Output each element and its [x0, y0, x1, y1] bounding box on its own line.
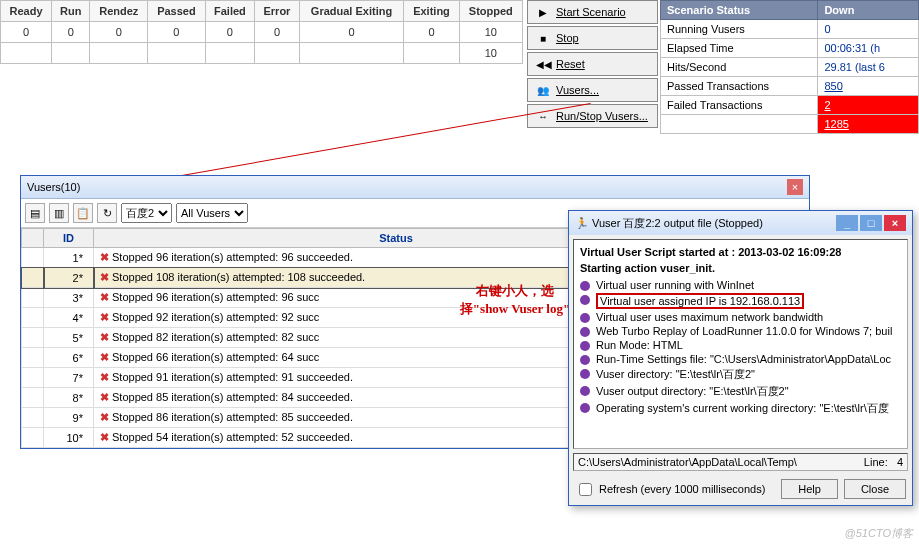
- grid-cell: [90, 43, 148, 64]
- status-col2: Down: [818, 1, 919, 20]
- log-line: Vuser output directory: "E:\test\lr\百度2": [580, 383, 901, 400]
- stopped-icon: ✖: [100, 411, 109, 423]
- status-value[interactable]: 29.81 (last 6: [818, 58, 919, 77]
- toolbar-icon[interactable]: ▥: [49, 203, 69, 223]
- runstop-vusers-button[interactable]: ↔Run/Stop Vusers...: [527, 104, 658, 128]
- watermark: @51CTO博客: [845, 526, 913, 541]
- bullet-icon: [580, 341, 590, 351]
- status-value[interactable]: 850: [818, 77, 919, 96]
- runtime-grid: ReadyRunRendezPassedFailedErrorGradual E…: [0, 0, 523, 64]
- stopped-icon: ✖: [100, 371, 109, 383]
- status-value[interactable]: 2: [818, 96, 919, 115]
- vuser-id: 6*: [44, 348, 94, 368]
- vuser-id: 8*: [44, 388, 94, 408]
- stopped-icon: ✖: [100, 311, 109, 323]
- grid-cell: 0: [52, 22, 90, 43]
- stopped-icon: ✖: [100, 291, 109, 303]
- grid-cell: 0: [205, 22, 255, 43]
- grid-cell: 0: [90, 22, 148, 43]
- grid-header: Stopped: [459, 1, 522, 22]
- vusers-button[interactable]: 👥Vusers...: [527, 78, 658, 102]
- bullet-icon: [580, 386, 590, 396]
- minimize-icon[interactable]: _: [836, 215, 858, 231]
- close-icon[interactable]: ×: [787, 179, 803, 195]
- close-button[interactable]: Close: [844, 479, 906, 499]
- toolbar-icon[interactable]: ▤: [25, 203, 45, 223]
- status-key: Hits/Second: [661, 58, 818, 77]
- col-id[interactable]: ID: [44, 229, 94, 248]
- stopped-icon: ✖: [100, 391, 109, 403]
- log-header-line: Virtual User Script started at : 2013-03…: [580, 246, 901, 258]
- vuser-id: 7*: [44, 368, 94, 388]
- annotation-text: 右键小人，选择"show Vuser log": [455, 282, 575, 318]
- vuser-id: 10*: [44, 428, 94, 448]
- vuser-filter-select[interactable]: All Vusers: [176, 203, 248, 223]
- stopped-icon: ✖: [100, 251, 109, 263]
- grid-header: Rendez: [90, 1, 148, 22]
- status-key: Passed Transactions: [661, 77, 818, 96]
- status-key: Elapsed Time: [661, 39, 818, 58]
- vuser-id: 3*: [44, 288, 94, 308]
- bullet-icon: [580, 403, 590, 413]
- vuser-id: 5*: [44, 328, 94, 348]
- log-line: Web Turbo Replay of LoadRunner 11.0.0 fo…: [580, 324, 901, 338]
- maximize-icon[interactable]: □: [860, 215, 882, 231]
- status-value[interactable]: 1285: [818, 115, 919, 134]
- log-body[interactable]: Virtual User Script started at : 2013-03…: [573, 239, 908, 449]
- dialog-title: Vusers(10): [27, 181, 80, 193]
- script-filter-select[interactable]: 百度2: [121, 203, 172, 223]
- bullet-icon: [580, 281, 590, 291]
- log-line: Run Mode: HTML: [580, 338, 901, 352]
- grid-cell: [148, 43, 205, 64]
- stop-button[interactable]: ■Stop: [527, 26, 658, 50]
- status-path: C:\Users\Administrator\AppData\Local\Tem…: [578, 456, 797, 468]
- grid-cell: 0: [1, 22, 52, 43]
- bullet-icon: [580, 355, 590, 365]
- grid-cell: [255, 43, 299, 64]
- play-icon: ▶: [536, 7, 550, 18]
- bullet-icon: [580, 369, 590, 379]
- log-line: Virtual user uses maximum network bandwi…: [580, 310, 901, 324]
- help-button[interactable]: Help: [781, 479, 838, 499]
- vuser-id: 1*: [44, 248, 94, 268]
- grid-header: Run: [52, 1, 90, 22]
- status-value[interactable]: 00:06:31 (h: [818, 39, 919, 58]
- stopped-icon: ✖: [100, 351, 109, 363]
- toolbar-icon[interactable]: 📋: [73, 203, 93, 223]
- grid-cell: 0: [404, 22, 459, 43]
- stopped-icon: ✖: [100, 331, 109, 343]
- vusers-icon: 👥: [536, 85, 550, 96]
- log-line: Virtual user assigned IP is 192.168.0.11…: [580, 292, 901, 310]
- log-line: Virtual user running with WinInet: [580, 278, 901, 292]
- grid-header: Failed: [205, 1, 255, 22]
- vuser-id: 4*: [44, 308, 94, 328]
- start-scenario-button[interactable]: ▶Start Scenario: [527, 0, 658, 24]
- refresh-checkbox[interactable]: Refresh (every 1000 milliseconds): [575, 480, 765, 499]
- reset-button[interactable]: ◀◀Reset: [527, 52, 658, 76]
- log-header-line: Starting action vuser_init.: [580, 262, 901, 274]
- bullet-icon: [580, 295, 590, 305]
- rewind-icon: ◀◀: [536, 59, 550, 70]
- close-icon[interactable]: ×: [884, 215, 906, 231]
- grid-header: Error: [255, 1, 299, 22]
- status-value[interactable]: 0: [818, 20, 919, 39]
- log-statusbar: C:\Users\Administrator\AppData\Local\Tem…: [573, 453, 908, 471]
- runner-icon: 🏃: [575, 217, 589, 229]
- grid-cell: [205, 43, 255, 64]
- vuser-id: 2*: [44, 268, 94, 288]
- grid-header: Ready: [1, 1, 52, 22]
- bullet-icon: [580, 327, 590, 337]
- grid-cell: [1, 43, 52, 64]
- grid-cell: 10: [459, 43, 522, 64]
- log-title: Vuser 百度2:2 output file (Stopped): [592, 217, 763, 229]
- bullet-icon: [580, 313, 590, 323]
- stopped-icon: ✖: [100, 271, 109, 283]
- refresh-icon[interactable]: ↻: [97, 203, 117, 223]
- status-title: Scenario Status: [661, 1, 818, 20]
- log-line: Vuser directory: "E:\test\lr\百度2": [580, 366, 901, 383]
- status-key: Running Vusers: [661, 20, 818, 39]
- vuser-id: 9*: [44, 408, 94, 428]
- grid-cell: [52, 43, 90, 64]
- stop-icon: ■: [536, 33, 550, 44]
- log-line: Operating system's current working direc…: [580, 400, 901, 417]
